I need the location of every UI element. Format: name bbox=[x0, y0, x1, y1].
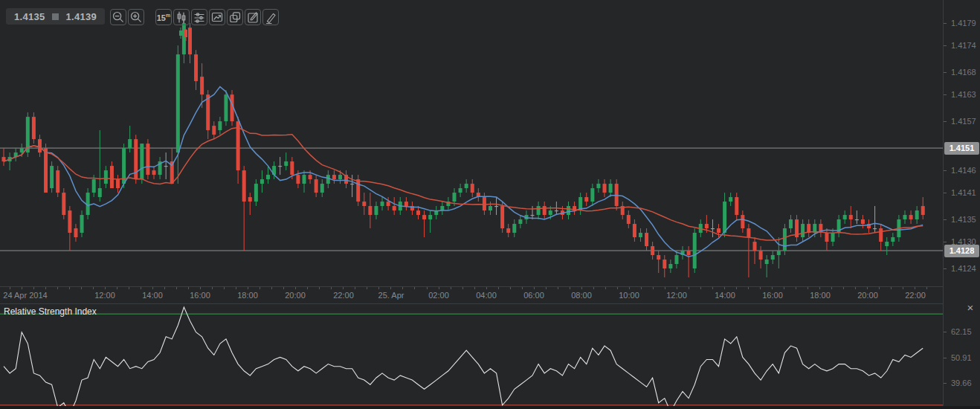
time-minor-tick bbox=[689, 287, 689, 289]
chart-window-button[interactable] bbox=[209, 9, 225, 25]
time-minor-tick bbox=[45, 287, 46, 289]
price-tick-mark bbox=[944, 193, 947, 193]
time-minor-tick bbox=[367, 287, 367, 289]
time-minor-tick bbox=[188, 287, 189, 289]
time-minor-tick bbox=[414, 287, 415, 289]
time-tick-label: 06:00 bbox=[523, 291, 544, 300]
price-tick-mark bbox=[944, 170, 947, 171]
rsi-tick-label: 50.91 bbox=[951, 353, 972, 362]
timeframe-button[interactable]: 15m bbox=[155, 9, 172, 25]
time-tick-label: 20:00 bbox=[857, 291, 878, 300]
price-tick-label: 1.4157 bbox=[951, 117, 976, 126]
price-tick-label: 1.4135 bbox=[951, 215, 976, 224]
price-tick-mark bbox=[944, 268, 947, 269]
time-minor-tick bbox=[69, 287, 70, 289]
spread-box: 1.4135 1.4139 bbox=[6, 8, 105, 25]
time-minor-tick bbox=[760, 287, 761, 289]
duplicate-layers-icon bbox=[228, 10, 242, 25]
time-minor-tick bbox=[474, 287, 475, 289]
edit-button[interactable] bbox=[245, 9, 261, 25]
pencil-square-icon bbox=[245, 10, 260, 25]
price-tick-mark bbox=[944, 121, 947, 122]
price-chart[interactable] bbox=[0, 0, 943, 286]
time-minor-tick bbox=[843, 287, 844, 289]
price-tick-label: 1.4168 bbox=[951, 68, 976, 77]
time-minor-tick bbox=[152, 287, 153, 289]
rsi-tick-mark bbox=[944, 383, 947, 384]
time-minor-tick bbox=[295, 287, 296, 289]
time-minor-tick bbox=[867, 287, 868, 289]
chart-type-button[interactable] bbox=[173, 9, 190, 25]
time-minor-tick bbox=[915, 287, 915, 289]
time-minor-tick bbox=[879, 287, 880, 289]
marker-pen-icon bbox=[263, 10, 278, 25]
time-minor-tick bbox=[57, 287, 58, 289]
time-minor-tick bbox=[451, 287, 451, 289]
time-minor-tick bbox=[427, 287, 428, 289]
sliders-icon bbox=[192, 10, 207, 25]
rsi-chart[interactable] bbox=[0, 304, 943, 409]
time-minor-tick bbox=[81, 287, 82, 289]
zoom-out-button[interactable] bbox=[110, 9, 126, 25]
rsi-tick-label: 39.66 bbox=[951, 379, 972, 387]
price-tick-label: 1.4179 bbox=[951, 19, 976, 28]
price-tick-label: 1.4163 bbox=[951, 90, 976, 99]
time-tick-label: 18:00 bbox=[810, 291, 831, 300]
time-minor-tick bbox=[677, 287, 677, 289]
time-minor-tick bbox=[248, 287, 248, 289]
time-minor-tick bbox=[784, 287, 784, 289]
price-tick-label: 1.4146 bbox=[951, 166, 976, 175]
zoom-in-button[interactable] bbox=[128, 9, 144, 25]
time-minor-tick bbox=[903, 287, 903, 289]
time-tick-label: 18:00 bbox=[237, 291, 258, 300]
trading-chart-app: 1.4135 1.4139 15m bbox=[0, 0, 980, 409]
time-minor-tick bbox=[390, 287, 391, 289]
time-minor-tick bbox=[748, 287, 749, 289]
price-line-badge: 1.4128 bbox=[944, 245, 979, 257]
time-minor-tick bbox=[176, 287, 177, 289]
time-tick-label: 22:00 bbox=[333, 291, 354, 300]
time-minor-tick bbox=[772, 287, 773, 289]
time-minor-tick bbox=[665, 287, 665, 289]
price-axis[interactable]: 1.41791.41741.41681.41631.41571.41461.41… bbox=[943, 0, 980, 409]
time-axis[interactable]: 24 Apr 201412:0014:0016:0018:0020:0022:0… bbox=[0, 286, 943, 304]
time-tick-label: 22:00 bbox=[905, 291, 926, 300]
time-minor-tick bbox=[22, 287, 22, 289]
time-minor-tick bbox=[807, 287, 808, 289]
draw-button[interactable] bbox=[262, 9, 279, 25]
chart-toolbar: 15m bbox=[110, 9, 280, 25]
time-minor-tick bbox=[736, 287, 737, 289]
time-minor-tick bbox=[796, 287, 796, 289]
duplicate-chart-button[interactable] bbox=[227, 9, 243, 25]
time-minor-tick bbox=[236, 287, 236, 289]
rsi-tick-mark bbox=[944, 358, 947, 358]
time-minor-tick bbox=[378, 287, 379, 289]
time-minor-tick bbox=[534, 287, 535, 289]
time-minor-tick bbox=[33, 287, 34, 289]
time-minor-tick bbox=[283, 287, 284, 289]
time-minor-tick bbox=[570, 287, 570, 289]
time-minor-tick bbox=[653, 287, 654, 289]
price-tick-label: 1.4124 bbox=[951, 264, 976, 273]
time-tick-label: 12:00 bbox=[666, 291, 687, 300]
indicators-button[interactable] bbox=[191, 9, 207, 25]
time-minor-tick bbox=[546, 287, 547, 289]
time-minor-tick bbox=[629, 287, 630, 289]
time-tick-label: 14:00 bbox=[142, 291, 163, 300]
price-tick-mark bbox=[944, 72, 947, 73]
time-tick-label: 12:00 bbox=[94, 291, 115, 300]
time-tick-label: 08:00 bbox=[571, 291, 592, 300]
time-minor-tick bbox=[581, 287, 582, 289]
time-tick-label: 20:00 bbox=[285, 291, 306, 300]
time-minor-tick bbox=[712, 287, 713, 289]
candlestick-icon bbox=[174, 10, 189, 25]
time-minor-tick bbox=[10, 287, 10, 289]
rsi-close-button[interactable]: × bbox=[964, 302, 976, 314]
time-minor-tick bbox=[355, 287, 355, 289]
time-minor-tick bbox=[831, 287, 832, 289]
time-minor-tick bbox=[93, 287, 94, 289]
ask-price: 1.4139 bbox=[65, 11, 97, 22]
time-tick-label: 02:00 bbox=[428, 291, 449, 300]
time-minor-tick bbox=[641, 287, 642, 289]
price-tick-label: 1.4174 bbox=[951, 41, 976, 50]
